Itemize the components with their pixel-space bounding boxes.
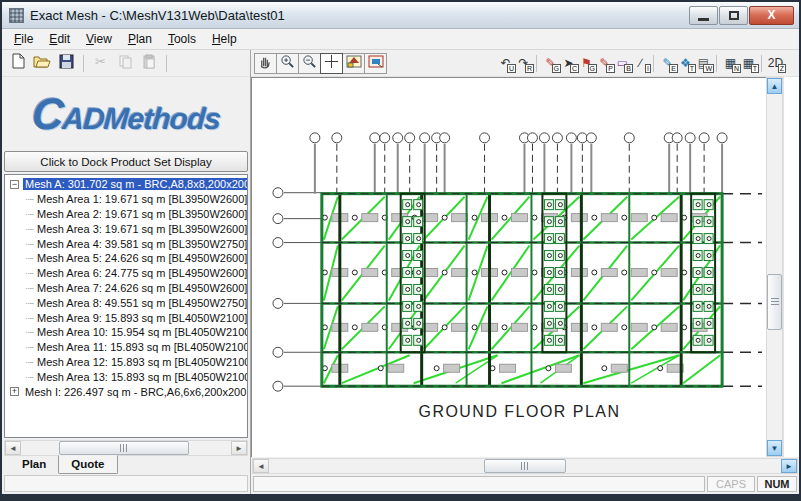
title-bar[interactable]: Exact Mesh - C:\MeshV131Web\Data\test01 … [2,2,799,29]
tree-item-mesh-area-11[interactable]: ··--Mesh Area 11: 15.893 sq m [BL4050W21… [5,340,247,355]
expand-icon[interactable]: + [10,387,19,396]
expand-icon[interactable]: − [10,180,19,189]
scroll-left-icon[interactable]: ◄ [253,459,269,473]
menu-plan[interactable]: Plan [120,29,160,49]
tree-item-mesh-area-5[interactable]: ··--Mesh Area 5: 24.626 sq m [BL4950W260… [5,251,247,266]
tree-item-mesh-i[interactable]: +Mesh I: 226.497 sq m - BRC,A6,6x6,200x2… [5,384,247,399]
tree-item-label[interactable]: Mesh Area 7: 24.626 sq m [BL4950W2600] [35,282,248,294]
plan-canvas[interactable]: GROUND FLOOR PLAN [251,77,766,457]
tree-item-mesh-area-2[interactable]: ··--Mesh Area 2: 19.671 sq m [BL3950W260… [5,207,247,222]
maximize-button[interactable] [719,6,748,25]
tree-guide: ··-- [25,239,33,249]
svg-text:✂: ✂ [95,54,106,69]
tree-item-label[interactable]: Mesh Area 1: 19.671 sq m [BL3950W2600] [35,193,248,205]
tree-item-label[interactable]: Mesh Area 9: 15.893 sq m [BL4050W2100] [35,312,248,324]
tree-item-mesh-area-6[interactable]: ··--Mesh Area 6: 24.775 sq m [BL4950W260… [5,266,247,281]
tree-item-mesh-area-1[interactable]: ··--Mesh Area 1: 19.671 sq m [BL3950W260… [5,192,247,207]
logo-area: CADMethods [2,77,250,151]
tree-item-label[interactable]: Mesh Area 10: 15.954 sq m [BL4050W2100] [35,326,248,338]
scroll-left-icon[interactable]: ◄ [5,441,21,455]
tree-item-mesh-a[interactable]: −Mesh A: 301.702 sq m - BRC,A8,8x8,200x2… [5,177,247,192]
paste-icon [142,54,156,73]
dock-product-set-button[interactable]: Click to Dock Product Set Display [4,151,248,172]
close-button[interactable]: X [749,6,794,25]
toolbar-separator [83,55,84,72]
menu-view[interactable]: View [78,29,120,49]
tree-item-label[interactable]: Mesh A: 301.702 sq m - BRC,A8,8x8,200x20… [23,178,248,190]
cursor-tool[interactable]: ➤C [560,54,577,73]
tree-item-label[interactable]: Mesh Area 2: 19.671 sq m [BL3950W2600] [35,208,248,220]
tab-plan[interactable]: Plan [10,455,58,473]
flag-tool[interactable]: ⚑G [578,54,595,73]
save-icon [59,54,74,73]
tree-item-label[interactable]: Mesh Area 4: 39.581 sq m [BL3950W2750] [35,238,248,250]
tree-guide: ··-- [25,342,33,352]
maximize-icon [729,11,739,20]
tree-item-mesh-area-4[interactable]: ··--Mesh Area 4: 39.581 sq m [BL3950W275… [5,236,247,251]
scroll-up-icon[interactable]: ▲ [767,78,782,94]
menu-file[interactable]: File [6,29,41,49]
zoom-in-tool[interactable] [276,53,299,74]
sheet-tool[interactable]: ▤W [695,54,712,73]
canvas-horizontal-scrollbar[interactable]: ◄ ► [252,458,798,474]
pen-tool[interactable]: ✎P [596,54,613,73]
menu-help[interactable]: Help [204,29,245,49]
tree-guide: ··-- [25,327,33,337]
tree-guide: ··-- [25,313,33,323]
tree-guide: ··-- [25,268,33,278]
tree-item-label[interactable]: Mesh Area 13: 15.893 sq m [BL4050W2100] [35,371,248,383]
app-icon [9,8,24,23]
scroll-down-icon[interactable]: ▼ [767,440,782,456]
undo-button[interactable]: ↶U [497,54,514,73]
scrollbar-thumb[interactable] [484,459,566,473]
mesh-table-tool[interactable]: ❖T [677,54,694,73]
new-file-button[interactable] [7,52,29,74]
crosshair-tool[interactable] [320,53,343,74]
export-image-button[interactable] [342,53,365,74]
image-options-button[interactable] [364,53,387,74]
tree-item-label[interactable]: Mesh Area 5: 24.626 sq m [BL4950W2600] [35,252,248,264]
tree-item-mesh-area-10[interactable]: ··--Mesh Area 10: 15.954 sq m [BL4050W21… [5,325,247,340]
scrollbar-thumb[interactable] [59,441,189,455]
scroll-right-icon[interactable]: ► [781,459,797,473]
tree-item-mesh-area-9[interactable]: ··--Mesh Area 9: 15.893 sq m [BL4050W210… [5,310,247,325]
pan-tool[interactable] [254,53,277,74]
open-file-button[interactable] [31,52,53,74]
tree-item-mesh-area-3[interactable]: ··--Mesh Area 3: 19.671 sq m [BL3950W260… [5,221,247,236]
tree-item-label[interactable]: Mesh Area 12: 15.893 sq m [BL4050W2100] [35,356,248,368]
tree-item-mesh-area-12[interactable]: ··--Mesh Area 12: 15.893 sq m [BL4050W21… [5,355,247,370]
toolbar-separator [716,55,717,72]
edit-tool[interactable]: ✎E [659,54,676,73]
vertical-scrollbar[interactable]: ▲ ▼ [766,77,783,457]
mesh-n-tool[interactable]: ▦N [722,54,739,73]
scroll-right-icon[interactable]: ► [231,441,247,455]
zoom-out-tool[interactable] [298,53,321,74]
new-icon [11,53,26,73]
minimize-button[interactable] [689,6,718,25]
mesh-t-tool[interactable]: ▦T [740,54,757,73]
grid-edit-tool[interactable]: ✎G [542,54,559,73]
dimension-2d-toggle[interactable]: 2DZ [767,54,784,73]
tree-item-mesh-area-8[interactable]: ··--Mesh Area 8: 49.551 sq m [BL4950W275… [5,295,247,310]
copy-button [114,52,136,74]
tree-item-label[interactable]: Mesh Area 11: 15.893 sq m [BL4050W2100] [35,341,248,353]
tree-item-label[interactable]: Mesh Area 6: 24.775 sq m [BL4950W2600] [35,267,248,279]
scrollbar-thumb[interactable] [767,274,782,330]
menu-edit[interactable]: Edit [41,29,78,49]
line-tool[interactable]: ∕I [632,54,649,73]
bottom-tabs: Plan Quote [2,456,250,475]
tree-horizontal-scrollbar[interactable]: ◄ ► [4,440,248,456]
redo-button[interactable]: ↷R [515,54,532,73]
tree-item-label[interactable]: Mesh Area 8: 49.551 sq m [BL4950W2750] [35,297,248,309]
box-tool[interactable]: ▭B [614,54,631,73]
save-file-button[interactable] [55,52,77,74]
file-toolbar: ✂ [2,50,250,77]
tree-item-mesh-area-7[interactable]: ··--Mesh Area 7: 24.626 sq m [BL4950W260… [5,281,247,296]
tab-quote[interactable]: Quote [58,455,117,474]
tree-item-label[interactable]: Mesh I: 226.497 sq m - BRC,A6,6x6,200x20… [23,386,248,398]
mesh-tree[interactable]: −Mesh A: 301.702 sq m - BRC,A8,8x8,200x2… [4,174,248,438]
tree-item-mesh-area-13[interactable]: ··--Mesh Area 13: 15.893 sq m [BL4050W21… [5,369,247,384]
tree-item-label[interactable]: Mesh Area 3: 19.671 sq m [BL3950W2600] [35,223,248,235]
menu-tools[interactable]: Tools [160,29,204,49]
hand-icon [258,54,273,73]
